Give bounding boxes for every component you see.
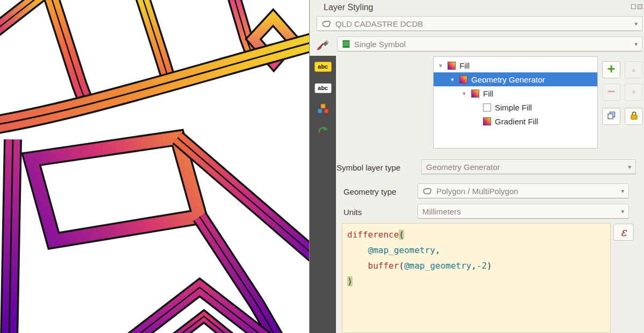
symbol-tree-item[interactable]: ▾Geometry Generator — [434, 72, 597, 86]
symbol-tree-item[interactable]: ▾Fill — [434, 58, 597, 72]
symbol-layer-type-label: Symbol layer type — [336, 163, 400, 172]
tab-mask[interactable]: abc — [310, 77, 336, 99]
expand-arrow-icon[interactable]: ▾ — [463, 90, 471, 97]
gradient-swatch-icon — [459, 76, 467, 84]
history-icon — [317, 124, 329, 137]
empty-swatch-icon — [483, 103, 491, 112]
symbol-tree-item-label: Simple Fill — [495, 103, 532, 112]
symbol-layer-type-value: Geometry Generator — [426, 162, 500, 172]
map-drawing — [0, 0, 309, 333]
arrow-down-icon: ▼ — [631, 88, 637, 96]
page-title: Layer Styling — [324, 3, 374, 12]
close-icon[interactable] — [638, 4, 642, 9]
polygon-layer-icon — [422, 187, 433, 195]
polygon-layer-icon — [321, 20, 332, 28]
symbology-stack-icon — [342, 40, 350, 48]
symbol-tree-item[interactable]: Simple Fill — [434, 100, 597, 114]
move-down-button[interactable]: ▼ — [625, 84, 643, 101]
symbol-tree-item[interactable]: Gradient Fill — [434, 114, 597, 128]
lock-icon — [630, 110, 639, 122]
tab-labels[interactable]: abc — [310, 56, 336, 77]
geometry-type-value: Polygon / MultiPolygon — [436, 187, 518, 196]
diagram-icon — [317, 103, 329, 116]
layer-selector[interactable]: QLD CADASTRE DCDB ▾ — [317, 16, 642, 31]
expression-code[interactable]: difference( @map_geometry, buffer(@map_g… — [342, 223, 611, 333]
chevron-down-icon: ▾ — [628, 164, 631, 170]
chevron-down-icon: ▾ — [634, 41, 638, 47]
gradient-swatch-icon — [448, 62, 456, 70]
chevron-down-icon: ▾ — [621, 209, 624, 214]
undock-icon[interactable] — [631, 4, 636, 9]
expand-arrow-icon[interactable]: ▾ — [451, 76, 459, 83]
lock-colors-button[interactable] — [625, 108, 643, 125]
map-canvas[interactable] — [0, 0, 309, 333]
tab-diagrams[interactable] — [310, 99, 336, 120]
minus-icon: − — [608, 84, 616, 99]
tab-symbology[interactable] — [310, 34, 336, 56]
qgis-window: Layer Styling QLD CADASTRE DCDB ▾ Sin — [0, 0, 644, 333]
paintbrush-icon — [317, 38, 330, 53]
mask-icon: abc — [314, 83, 332, 93]
units-label: Units — [343, 208, 362, 217]
layer-selector-value: QLD CADASTRE DCDB — [335, 19, 423, 28]
move-up-button[interactable]: ▲ — [625, 61, 643, 78]
geometry-type-select[interactable]: Polygon / MultiPolygon ▾ — [418, 183, 629, 198]
symbol-tree-item[interactable]: ▾Fill — [434, 86, 597, 100]
units-value: Millimeters — [422, 207, 461, 216]
symbol-layer-type-select[interactable]: Geometry Generator ▾ — [421, 159, 636, 174]
tab-history[interactable] — [310, 120, 336, 142]
units-select[interactable]: Millimeters ▾ — [418, 204, 629, 219]
symbol-tree-item-label: Geometry Generator — [471, 75, 545, 84]
duplicate-icon — [607, 111, 616, 122]
geometry-type-label: Geometry type — [343, 187, 396, 196]
symbol-tree-item-label: Fill — [483, 89, 493, 98]
symbol-tree: ▾Fill▾Geometry Generator▾FillSimple Fill… — [433, 56, 598, 149]
style-tabbar: abc abc — [310, 34, 336, 333]
symbol-tree-item-label: Fill — [459, 61, 470, 70]
chevron-down-icon: ▾ — [634, 21, 638, 27]
symbol-tree-item-label: Gradient Fill — [495, 117, 538, 126]
chevron-down-icon: ▾ — [621, 188, 624, 194]
labels-icon: abc — [314, 62, 332, 72]
renderer-selector[interactable]: Single Symbol ▾ — [337, 36, 642, 51]
duplicate-symbol-layer-button[interactable] — [602, 108, 620, 125]
expression-builder-button[interactable]: ε — [613, 224, 634, 241]
renderer-selector-value: Single Symbol — [354, 40, 406, 49]
gradient-swatch-icon — [471, 90, 479, 98]
plus-icon: + — [608, 61, 616, 77]
gradient-swatch-icon — [483, 117, 491, 125]
remove-symbol-layer-button[interactable]: − — [602, 84, 620, 101]
arrow-up-icon: ▲ — [631, 66, 637, 73]
layer-styling-panel: Layer Styling QLD CADASTRE DCDB ▾ Sin — [309, 0, 644, 333]
add-symbol-layer-button[interactable]: + — [602, 61, 620, 78]
expand-arrow-icon[interactable]: ▾ — [439, 62, 448, 69]
epsilon-icon: ε — [621, 226, 627, 239]
